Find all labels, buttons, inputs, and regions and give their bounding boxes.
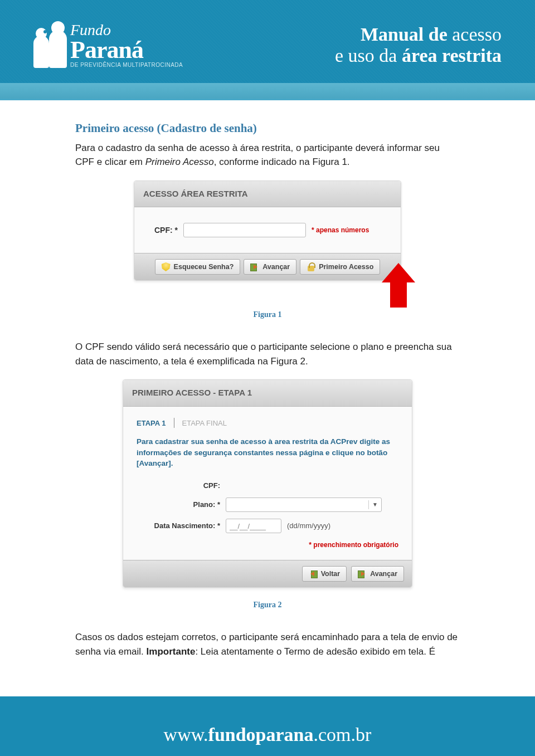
- p3-text-b: : Leia atentamente o Termo de adesão exi…: [195, 646, 435, 657]
- arrow-back-icon: [309, 569, 318, 578]
- first-access-panel-title: PRIMEIRO ACESSO - ETAPA 1: [123, 380, 412, 407]
- figure-1-wrapper: ACESSO ÁREA RESTRITA CPF: * * apenas núm…: [75, 181, 460, 281]
- advance-label: Avançar: [262, 263, 290, 271]
- back-label: Voltar: [321, 570, 341, 578]
- header-title-l2-light: e uso da: [335, 45, 397, 66]
- advance-button-2[interactable]: Avançar: [351, 566, 404, 582]
- cpf-label-2: CPF:: [137, 480, 220, 491]
- advance-button[interactable]: Avançar: [244, 259, 296, 275]
- forgot-password-button[interactable]: Esqueceu Senha?: [155, 259, 241, 275]
- footer-url-pre: www.: [164, 724, 208, 745]
- logo-text-line2: Paraná: [70, 38, 183, 62]
- cpf-hint: * apenas números: [312, 225, 369, 235]
- arrow-next-icon: [250, 262, 259, 271]
- svg-marker-0: [382, 263, 415, 308]
- advance-label-2: Avançar: [370, 570, 397, 578]
- footer-url-bold: fundoparana: [208, 724, 314, 745]
- header-title-l2-bold: área restrita: [402, 45, 502, 66]
- cpf-label: CPF: *: [145, 225, 178, 236]
- first-access-label: Primeiro Acesso: [319, 263, 373, 271]
- paragraph-2: O CPF sendo válido será necessário que o…: [75, 340, 460, 368]
- footer-url-post: .com.br: [314, 724, 372, 745]
- cpf-input[interactable]: [183, 223, 306, 237]
- section-title: Primeiro acesso (Cadastro de senha): [75, 120, 460, 138]
- arrow-next-icon: [358, 569, 367, 578]
- dob-input[interactable]: [226, 519, 281, 533]
- header-stripe: [0, 83, 535, 99]
- tab-etapa-1[interactable]: ETAPA 1: [137, 418, 166, 429]
- instructions-text: Para cadastrar sua senha de acesso à are…: [137, 436, 398, 469]
- login-panel-title: ACESSO ÁREA RESTRITA: [134, 181, 401, 208]
- plano-label: Plano: *: [137, 499, 220, 510]
- header-title-l1-light: acesso: [452, 24, 502, 45]
- plano-select[interactable]: [226, 498, 382, 512]
- content-area: Primeiro acesso (Cadastro de senha) Para…: [0, 100, 535, 696]
- paragraph-3: Casos os dados estejam corretos, o parti…: [75, 630, 460, 659]
- back-button[interactable]: Voltar: [302, 566, 347, 582]
- header-title: Manual de acesso e uso da área restrita: [335, 24, 502, 66]
- p3-text-strong: Importante: [147, 646, 196, 657]
- shield-icon: [162, 262, 171, 271]
- lock-icon: [307, 262, 315, 271]
- logo-text-line1: Fundo: [70, 22, 183, 38]
- red-arrow-callout-icon: [376, 263, 421, 313]
- mandatory-note: * preenchimento obrigatório: [137, 540, 398, 550]
- first-access-button[interactable]: Primeiro Acesso: [300, 259, 380, 275]
- header-title-l1-bold: Manual de: [361, 24, 448, 45]
- dob-format-hint: (dd/mm/yyyy): [287, 520, 330, 531]
- login-panel: ACESSO ÁREA RESTRITA CPF: * * apenas núm…: [134, 181, 401, 281]
- logo: Fundo Paraná DE PREVIDÊNCIA MULTIPATROCI…: [33, 22, 183, 68]
- tab-etapa-final[interactable]: ETAPA FINAL: [182, 418, 227, 429]
- dob-label: Data Nascimento: *: [137, 520, 220, 531]
- page-header: Fundo Paraná DE PREVIDÊNCIA MULTIPATROCI…: [0, 0, 535, 100]
- page-footer: www.fundoparana.com.br: [0, 696, 535, 756]
- p1-text-em: Primeiro Acesso: [145, 157, 214, 167]
- tab-separator: [174, 418, 174, 428]
- logo-subtitle: DE PREVIDÊNCIA MULTIPATROCINADA: [70, 62, 183, 68]
- figure-2-caption: Figura 2: [75, 599, 460, 611]
- logo-people-icon: [33, 25, 67, 68]
- forgot-password-label: Esqueceu Senha?: [174, 263, 234, 271]
- step-tabs: ETAPA 1 ETAPA FINAL: [137, 418, 398, 429]
- first-access-panel: PRIMEIRO ACESSO - ETAPA 1 ETAPA 1 ETAPA …: [123, 379, 412, 588]
- p1-text-b: , conforme indicado na Figura 1.: [214, 157, 350, 167]
- paragraph-1: Para o cadastro da senha de acesso à áre…: [75, 141, 460, 169]
